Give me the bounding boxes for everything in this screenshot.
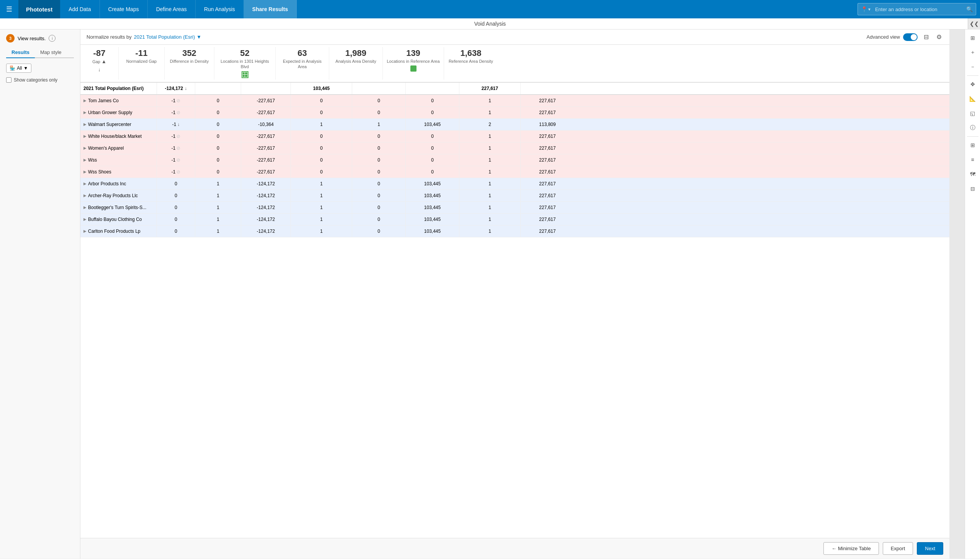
basemap-button[interactable]: 🗺 [966,167,980,181]
brand-label: Phototest [26,6,53,13]
stat-loc1301-value: 52 [240,49,249,58]
expand-icon[interactable]: ▶ [83,182,86,186]
table-row[interactable]: ▶ Bootlegger's Turn Spirits-S... 0 1 -12… [80,202,949,213]
row-loc1301: 1 [291,213,352,225]
hamburger-button[interactable]: ☰ [0,0,18,18]
table-row[interactable]: ▶ Wss Shoes -1⊘ 0 -227,617 0 0 0 1 227,6… [80,166,949,178]
location-search[interactable]: 📍 ▼ 🔍 [858,3,976,15]
expand-icon[interactable]: ▶ [83,122,86,126]
row-loc1301: 0 [291,95,352,106]
row-expected: 0 [352,202,406,213]
table-row[interactable]: ▶ Urban Grower Supply -1⊘ 0 -227,617 0 0… [80,107,949,119]
table-row[interactable]: ▶ Buffalo Bayou Clothing Co 0 1 -124,172… [80,213,949,225]
null-icon: ⊘ [177,146,180,151]
zoom-to-extent-button[interactable]: ⊞ [966,31,980,45]
row-gap: 0 [157,190,195,202]
expand-icon[interactable]: ▶ [83,98,86,103]
nav-run-analysis[interactable]: Run Analysis [196,0,244,18]
collapse-panel-button[interactable]: ❮❮ [968,18,980,29]
results-tabs: Results Map style [6,47,74,58]
nav-define-areas[interactable]: Define Areas [148,0,196,18]
show-categories-checkbox[interactable] [6,77,12,83]
nav-items: Add Data Create Maps Define Areas Run An… [60,0,854,18]
select-button[interactable]: ◱ [966,106,980,120]
tab-results[interactable]: Results [6,47,35,58]
summary-loc-ref: 227,617 [459,83,521,94]
table-row[interactable]: ▶ Archer-Ray Products Llc 0 1 -124,172 1… [80,190,949,202]
row-gap: 0 [157,213,195,225]
advanced-view-toggle[interactable] [903,33,917,41]
show-categories-toggle[interactable]: Show categories only [6,77,74,83]
row-norm-gap: 1 [195,178,241,190]
zoom-in-button[interactable]: ＋ [966,46,980,60]
advanced-view-control: Advanced view [867,33,917,41]
null-icon: ⊘ [177,134,180,139]
category-dropdown-button[interactable]: 🏪 All ▼ [6,64,31,73]
table-row[interactable]: ▶ Walmart Supercenter -1↓ 0 -10,364 1 1 … [80,119,949,131]
settings-icon[interactable]: ⚙ [935,33,943,41]
chevron-right-icon: ❮❮ [970,21,979,27]
nav-share-results[interactable]: Share Results [244,0,297,18]
expand-icon[interactable]: ▶ [83,229,86,233]
expand-icon[interactable]: ▶ [83,146,86,150]
search-input[interactable] [873,5,966,14]
sort-asc-icon[interactable]: ▲ [101,59,106,64]
row-aa-density: 103,445 [406,190,459,202]
tab-map-style[interactable]: Map style [35,47,67,58]
normalize-left: Normalize results by 2021 Total Populati… [86,34,202,40]
info-icon[interactable]: i [49,35,56,42]
table-row[interactable]: ▶ Women's Apparel -1⊘ 0 -227,617 0 0 0 1… [80,142,949,154]
expand-icon[interactable]: ▶ [83,158,86,162]
info-button[interactable]: ⓘ [966,121,980,135]
legend-button[interactable]: ≡ [966,153,980,167]
row-name: ▶ Bootlegger's Turn Spirits-S... [80,202,157,213]
zoom-out-button[interactable]: － [966,60,980,74]
table-panel: Normalize results by 2021 Total Populati… [80,30,949,559]
expand-icon[interactable]: ▶ [83,134,86,138]
subtitle-bar: Void Analysis ❮❮ [0,18,980,30]
green-square-icon [410,66,416,71]
row-loc1301: 0 [291,131,352,142]
normalize-dropdown[interactable]: 2021 Total Population (Esri) ▼ [134,34,202,40]
expand-icon[interactable]: ▶ [83,205,86,210]
page-title: Void Analysis [474,21,506,27]
row-label: Urban Grower Supply [88,110,132,115]
row-aa-density: 103,445 [406,178,459,190]
row-ref-density: 227,617 [521,202,574,213]
expand-icon[interactable]: ▶ [83,110,86,114]
measure-button[interactable]: 📐 [966,92,980,106]
dropdown-arrow-icon: ▼ [197,34,202,40]
expand-icon[interactable]: ▶ [83,194,86,198]
table-row[interactable]: ▶ Carlton Food Products Lp 0 1 -124,172 … [80,225,949,237]
results-table: 2021 Total Population (Esri) -124,172 ↓ … [80,83,949,538]
table-row[interactable]: ▶ Wss -1⊘ 0 -227,617 0 0 0 1 227,617 [80,154,949,166]
step-indicator: 3 View results. i [6,34,74,43]
nav-add-data[interactable]: Add Data [60,0,99,18]
row-aa-density: 0 [406,154,459,166]
next-button[interactable]: Next [917,542,943,555]
row-diff-density: -124,172 [241,202,291,213]
filter-icon[interactable]: ⊟ [922,33,930,41]
row-loc1301: 1 [291,202,352,213]
null-icon: ⊘ [177,157,180,163]
table-row[interactable]: ▶ White House/black Market -1⊘ 0 -227,61… [80,131,949,142]
summary-row: 2021 Total Population (Esri) -124,172 ↓ … [80,83,949,95]
row-gap: -1↓ [157,119,195,130]
map-area: Normalize results by 2021 Total Populati… [80,30,965,559]
bookmark-button[interactable]: ⊟ [966,182,980,196]
row-diff-density: -10,364 [241,119,291,130]
layers-button[interactable]: ⊞ [966,138,980,152]
expand-icon[interactable]: ▶ [83,170,86,174]
expand-icon[interactable]: ▶ [83,217,86,221]
pan-button[interactable]: ✥ [966,77,980,91]
nav-create-maps[interactable]: Create Maps [100,0,148,18]
table-row[interactable]: ▶ Arbor Products Inc 0 1 -124,172 1 0 10… [80,178,949,190]
stat-norm-gap-value: -11 [136,49,148,58]
export-button[interactable]: Export [883,542,913,555]
minimize-table-button[interactable]: ← Minimize Table [823,542,879,555]
row-loc-ref: 1 [459,225,521,237]
table-row[interactable]: ▶ Tom James Co -1⊘ 0 -227,617 0 0 0 1 22… [80,95,949,107]
category-selector: 🏪 All ▼ [6,64,74,73]
null-icon: ⊘ [177,98,180,103]
row-loc-ref: 1 [459,202,521,213]
